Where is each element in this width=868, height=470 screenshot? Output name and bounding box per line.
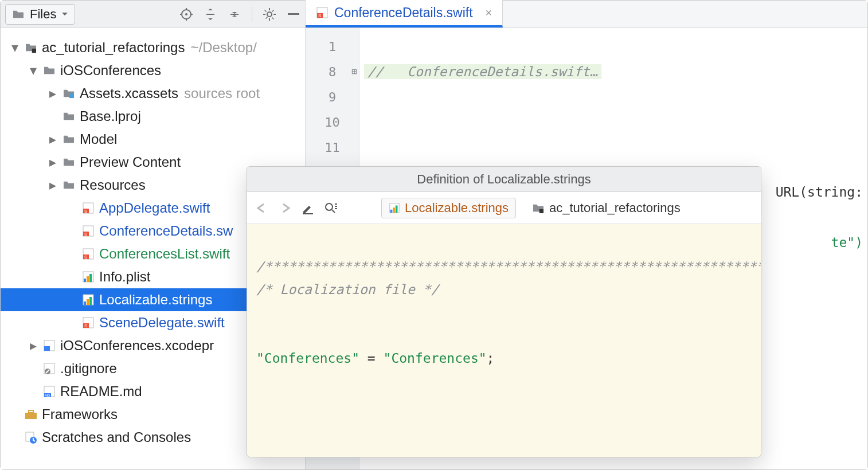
svg-rect-22 — [89, 297, 92, 305]
svg-text:MD: MD — [45, 394, 50, 397]
chevron-down-icon — [61, 7, 69, 21]
svg-text:S: S — [84, 209, 87, 214]
svg-rect-35 — [29, 410, 33, 413]
folder-icon — [61, 157, 76, 167]
sidebar-header: Files — [1, 1, 305, 28]
svg-rect-44 — [393, 207, 395, 213]
tree-project-root[interactable]: ▾ ac_tutorial_refactorings ~/Desktop/ — [1, 36, 305, 59]
tree-item[interactable]: ▸ Assets.xcassets sources root — [1, 82, 305, 105]
tree-item[interactable]: ▸ Model — [1, 128, 305, 151]
fold-plus-icon[interactable]: ⊞ — [351, 59, 357, 84]
tree-item[interactable]: ▾ iOSConferences — [1, 59, 305, 82]
svg-text:S: S — [318, 13, 321, 18]
sidebar-header-actions — [179, 7, 300, 22]
svg-point-41 — [326, 203, 333, 210]
module-icon — [532, 203, 545, 213]
svg-rect-4 — [32, 49, 36, 53]
edit-icon[interactable] — [301, 201, 315, 215]
swift-file-icon: S — [316, 6, 329, 19]
ide-window: Files ▾ ac_tutorial_refactorings ~/Deskt… — [0, 0, 868, 470]
folder-icon — [61, 180, 76, 190]
popup-toolbar: Localizable.strings ac_tutorial_refactor… — [247, 192, 761, 224]
editor-tab[interactable]: S ConferenceDetails.swift × — [306, 0, 503, 28]
toolbox-icon — [24, 409, 38, 420]
quick-definition-popup: Definition of Localizable.strings Locali… — [247, 166, 761, 457]
close-icon[interactable]: × — [486, 6, 492, 19]
svg-rect-46 — [539, 209, 544, 213]
folder-icon — [42, 65, 57, 76]
popup-file-crumb[interactable]: Localizable.strings — [381, 198, 516, 218]
files-dropdown[interactable]: Files — [5, 4, 75, 25]
line-number: 10 — [306, 109, 359, 135]
svg-text:S: S — [84, 254, 87, 260]
separator — [252, 7, 252, 22]
svg-rect-17 — [87, 276, 89, 282]
target-icon[interactable] — [179, 7, 193, 21]
code-folded-comment: // ConferenceDetails.swift… — [364, 64, 601, 79]
tab-filename: ConferenceDetails.swift — [334, 5, 473, 21]
chevron-right-icon[interactable]: ▸ — [28, 338, 38, 354]
folder-sources-icon — [61, 88, 76, 99]
svg-point-1 — [185, 13, 187, 15]
folder-icon — [11, 7, 25, 21]
swift-file-icon: S — [81, 225, 96, 237]
chevron-right-icon[interactable]: ▸ — [48, 131, 58, 147]
svg-rect-20 — [84, 301, 86, 305]
folder-icon — [61, 134, 76, 144]
folder-icon — [61, 111, 76, 122]
files-label: Files — [30, 7, 56, 22]
line-number: 9 — [306, 84, 359, 109]
scratches-icon — [24, 431, 38, 444]
module-icon — [24, 42, 38, 53]
strings-file-icon — [81, 293, 96, 306]
strings-file-icon — [389, 202, 400, 214]
code-trailing: te") — [831, 235, 863, 250]
project-path: ~/Desktop/ — [190, 40, 256, 56]
line-number: 1 — [306, 34, 359, 59]
svg-text:S: S — [84, 232, 87, 237]
svg-rect-3 — [288, 13, 299, 15]
expand-all-icon[interactable] — [204, 7, 217, 21]
chevron-down-icon[interactable]: ▾ — [28, 62, 38, 79]
chevron-right-icon[interactable]: ▸ — [48, 85, 58, 101]
popup-title: Definition of Localizable.strings — [247, 167, 761, 192]
svg-rect-27 — [44, 346, 50, 351]
chevron-right-icon[interactable]: ▸ — [48, 177, 58, 193]
swift-file-icon: S — [81, 248, 96, 260]
svg-rect-45 — [396, 205, 398, 213]
collapse-all-icon[interactable] — [228, 7, 241, 21]
code-trailing: URL(string: — [776, 179, 863, 205]
chevron-down-icon[interactable]: ▾ — [10, 40, 20, 56]
svg-rect-5 — [69, 93, 74, 98]
xcodeproj-icon — [42, 339, 57, 352]
line-number: 11 — [306, 135, 359, 160]
svg-rect-34 — [25, 413, 37, 419]
back-arrow-icon[interactable] — [255, 201, 269, 215]
svg-rect-18 — [89, 274, 92, 282]
minimize-icon[interactable] — [287, 7, 300, 21]
svg-rect-21 — [87, 299, 89, 305]
swift-file-icon: S — [81, 316, 96, 329]
find-icon[interactable] — [324, 201, 338, 215]
plist-file-icon — [81, 271, 96, 283]
popup-project-crumb[interactable]: ac_tutorial_refactorings — [525, 198, 687, 218]
gear-icon[interactable] — [263, 7, 276, 21]
svg-point-2 — [267, 12, 272, 17]
editor-tabs: S ConferenceDetails.swift × — [306, 1, 867, 28]
forward-arrow-icon[interactable] — [278, 201, 292, 215]
markdown-file-icon: MD — [42, 385, 57, 398]
svg-rect-16 — [84, 279, 86, 282]
swift-file-icon: S — [81, 202, 96, 214]
gitignore-file-icon — [42, 362, 57, 375]
svg-rect-43 — [390, 209, 393, 212]
tree-item[interactable]: ▸ Base.lproj — [1, 105, 305, 128]
chevron-right-icon[interactable]: ▸ — [48, 154, 58, 170]
project-name: ac_tutorial_refactorings — [42, 40, 185, 56]
popup-code[interactable]: /***************************************… — [247, 224, 761, 457]
svg-text:S: S — [84, 323, 87, 328]
